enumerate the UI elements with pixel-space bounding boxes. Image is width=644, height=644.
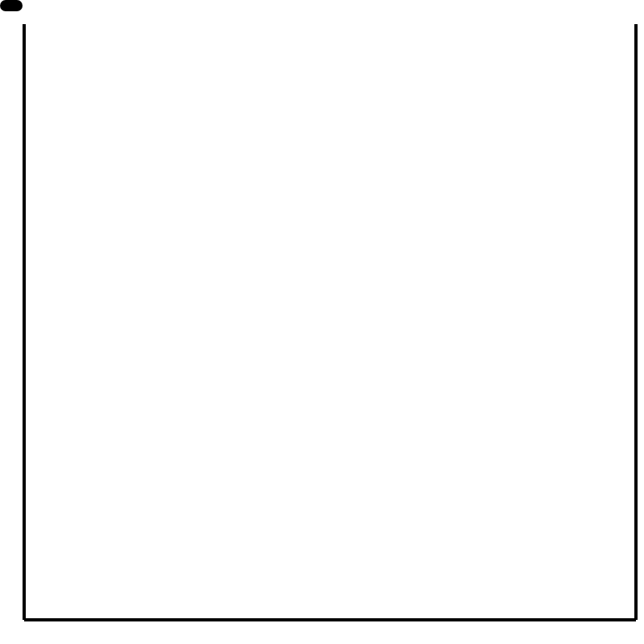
plot-area [0, 0, 636, 620]
gradient-background [24, 24, 636, 620]
chart-container [0, 0, 644, 644]
optimal-point-marker [0, 0, 23, 11]
bottleneck-chart [0, 0, 644, 644]
